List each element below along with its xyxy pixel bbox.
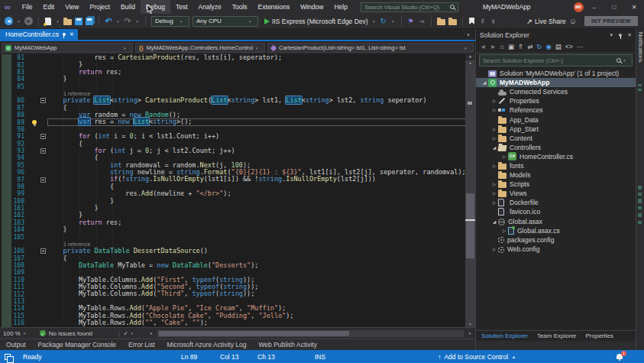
tree-item-packages-config[interactable]: packages.config bbox=[476, 235, 636, 245]
account-avatar[interactable]: MD bbox=[574, 2, 584, 12]
scroll-right-icon[interactable]: ► bbox=[468, 331, 472, 335]
character-indicator[interactable]: Ch 13 bbox=[257, 350, 275, 363]
step-commands-button[interactable]: ⇥ bbox=[418, 15, 426, 28]
more-icon[interactable]: ⋯ bbox=[577, 43, 584, 50]
menu-item-help[interactable]: Help bbox=[328, 0, 352, 14]
tool-tab-solution-explorer[interactable]: Solution Explorer bbox=[481, 332, 528, 339]
tree-item-fonts[interactable]: ▷fonts bbox=[476, 161, 636, 170]
minimize-button[interactable]: – bbox=[584, 0, 604, 14]
tree-item-properties[interactable]: ▷Properties bbox=[476, 96, 636, 105]
expander-icon[interactable]: ▷ bbox=[490, 108, 498, 112]
solution-configuration-dropdown[interactable]: Debug▾ bbox=[151, 16, 189, 27]
chevron-down-icon[interactable]: ▾ bbox=[24, 331, 29, 335]
menu-item-file[interactable]: File bbox=[17, 0, 38, 14]
switch-views-icon[interactable]: ▣ bbox=[508, 43, 514, 50]
next-bookmark-button[interactable]: ⇟ bbox=[490, 15, 497, 28]
code-line-106[interactable]: 106 private DataTable DessertDataSource(… bbox=[0, 248, 475, 254]
menu-item-view[interactable]: View bbox=[60, 0, 84, 14]
split-editor-handle[interactable]: + bbox=[465, 54, 475, 60]
menu-item-build[interactable]: Build bbox=[115, 0, 141, 14]
tree-item-views[interactable]: ▷Views bbox=[476, 189, 636, 198]
expander-icon[interactable]: ▷ bbox=[490, 191, 498, 196]
breadcrumb-project-dropdown[interactable]: MyMADWebApp ▾ bbox=[2, 43, 133, 53]
code-line-85[interactable]: 85 bbox=[0, 83, 475, 90]
show-all-files-icon[interactable]: ▤ bbox=[555, 43, 561, 50]
menu-item-test[interactable]: Test bbox=[170, 0, 193, 14]
refresh-button[interactable]: ↻ bbox=[380, 15, 387, 28]
solution-platform-dropdown[interactable]: Any CPU▾ bbox=[193, 16, 258, 27]
quick-search-input[interactable]: Search Visual Studio (Ctrl+Q) bbox=[361, 2, 458, 12]
scrollbar-thumb[interactable] bbox=[466, 193, 474, 258]
expander-icon[interactable]: ◢ bbox=[490, 145, 498, 150]
collapse-region-icon[interactable] bbox=[40, 134, 46, 139]
undo-button[interactable]: ↶ bbox=[105, 15, 112, 28]
pin-icon[interactable] bbox=[63, 33, 66, 36]
code-line-108[interactable]: 108 DataTable MyTable = new DataTable("D… bbox=[0, 262, 475, 269]
tree-item-controllers[interactable]: ◢Controllers bbox=[476, 143, 636, 152]
start-debugging-button[interactable]: IIS Express (Microsoft Edge Dev) bbox=[261, 15, 368, 28]
navigate-back-button[interactable]: ◄ bbox=[5, 15, 13, 28]
tree-item-favicon-ico[interactable]: favicon.ico bbox=[476, 207, 636, 216]
scroll-up-icon[interactable]: ▲ bbox=[468, 60, 472, 66]
redo-caret[interactable]: ▾ bbox=[134, 15, 140, 28]
save-all-button[interactable] bbox=[86, 15, 93, 28]
breadcrumb-member-dropdown[interactable]: CartesianProduct(List<string> lst1, List… bbox=[267, 43, 474, 53]
view-code-icon[interactable]: <> bbox=[565, 43, 573, 50]
expander-icon[interactable]: ▷ bbox=[490, 99, 498, 103]
back-icon[interactable]: ◄ bbox=[480, 43, 486, 50]
tool-tab-team-explorer[interactable]: Team Explorer bbox=[537, 332, 577, 339]
panel-tab-error-list[interactable]: Error List bbox=[128, 341, 154, 348]
close-icon[interactable]: ✕ bbox=[627, 32, 632, 38]
navigate-back-caret[interactable]: ▾ bbox=[16, 15, 21, 28]
code-line-112[interactable]: 112 MyTable.Columns.Add("Third", typeof(… bbox=[0, 290, 475, 297]
expander-icon[interactable]: ▷ bbox=[490, 136, 498, 141]
refresh-icon[interactable]: ↻ bbox=[536, 43, 542, 50]
code-line-105[interactable]: 105 bbox=[0, 233, 475, 240]
close-icon[interactable]: ✕ bbox=[70, 31, 74, 37]
tree-item-homecontroller-cs[interactable]: ▷C#HomeController.cs bbox=[476, 152, 636, 161]
code-line-83[interactable]: 83 return res; bbox=[0, 69, 475, 76]
insert-mode-indicator[interactable]: INS bbox=[315, 350, 325, 363]
code-line-104[interactable]: 104 } bbox=[0, 226, 475, 233]
scroll-left-icon[interactable]: ◄ bbox=[149, 331, 153, 335]
new-file-caret[interactable]: ▾ bbox=[55, 15, 60, 28]
tree-item-web-config[interactable]: ▷Web.config bbox=[476, 245, 636, 254]
maximize-button[interactable]: □ bbox=[604, 0, 624, 14]
bookmark-button[interactable] bbox=[468, 15, 476, 28]
feedback-icon[interactable]: ☺ bbox=[569, 15, 577, 28]
tree-item-app-data[interactable]: App_Data bbox=[476, 115, 636, 124]
lightbulb-icon[interactable] bbox=[32, 120, 37, 125]
tree-item-references[interactable]: ▷References bbox=[476, 105, 636, 115]
new-file-button[interactable] bbox=[44, 15, 52, 28]
code-line-86[interactable]: 86 private List<string> CartesianProduct… bbox=[0, 97, 475, 104]
int-preview-badge[interactable]: INT PREVIEW bbox=[584, 16, 638, 26]
menu-item-extensions[interactable]: Extensions bbox=[253, 0, 296, 14]
menu-item-analyze[interactable]: Analyze bbox=[193, 0, 227, 14]
expander-icon[interactable]: ▷ bbox=[490, 200, 498, 205]
redo-button[interactable]: ↷ bbox=[124, 15, 131, 28]
code-line-84[interactable]: 84 } bbox=[0, 76, 475, 83]
tree-item-scripts[interactable]: ▷Scripts bbox=[476, 180, 636, 189]
tab-overflow-caret[interactable]: ▼ bbox=[466, 33, 475, 40]
panel-tab-web-publish-activity[interactable]: Web Publish Activity bbox=[259, 341, 317, 348]
line-indicator[interactable]: Ln 89 bbox=[181, 350, 197, 363]
breadcrumb-type-dropdown[interactable]: {} MyMADWebApp.Controllers.HomeControlle… bbox=[135, 43, 265, 53]
nuget-icon[interactable]: ◉ bbox=[545, 43, 551, 50]
home-icon[interactable]: ⌂ bbox=[500, 43, 504, 50]
undo-caret[interactable]: ▾ bbox=[115, 15, 121, 28]
code-line-103[interactable]: 103 return res; bbox=[0, 219, 475, 226]
menu-item-window[interactable]: Window bbox=[295, 0, 328, 14]
panel-tab-microsoft-azure-activity-log[interactable]: Microsoft Azure Activity Log bbox=[167, 341, 247, 348]
collapse-all-icon[interactable]: ⇑ bbox=[518, 43, 523, 50]
collapse-region-icon[interactable] bbox=[40, 98, 46, 103]
expander-icon[interactable]: ▷ bbox=[490, 127, 498, 131]
sync-with-active-document-icon[interactable]: ⇄ bbox=[527, 43, 532, 50]
solution-explorer-search-input[interactable]: Search Solution Explorer (Ctrl+;) ▾ bbox=[479, 54, 633, 66]
editor-vertical-scrollbar[interactable]: + ▲ ▼ bbox=[465, 54, 475, 327]
menu-item-project[interactable]: Project bbox=[84, 0, 115, 14]
close-button[interactable]: ✕ bbox=[624, 0, 644, 14]
pin-icon[interactable] bbox=[619, 34, 622, 37]
breakpoint-flag-button[interactable]: ⚑ bbox=[407, 15, 415, 28]
prev-bookmark-button[interactable]: ⇞ bbox=[479, 15, 487, 28]
run-target-caret[interactable]: ▾ bbox=[371, 15, 377, 28]
